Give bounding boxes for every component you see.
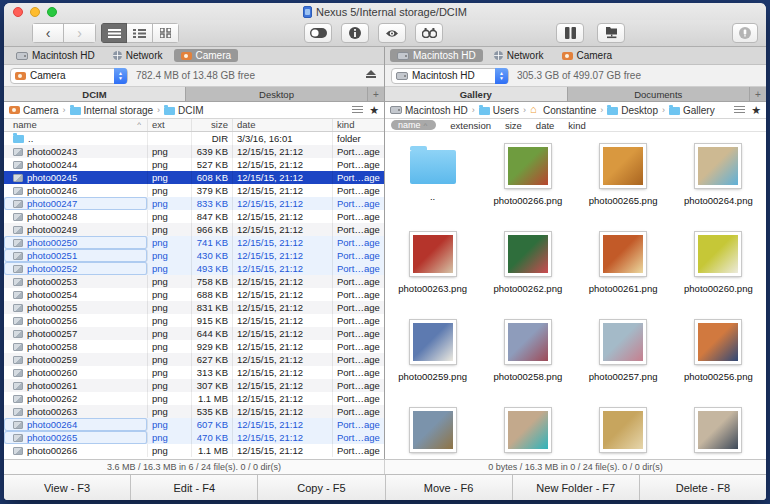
eject-button[interactable] [364,70,378,82]
grid-item[interactable]: photo00261.png [576,224,671,312]
grid-item[interactable]: photo00253.png [576,400,671,459]
file-row[interactable]: photo00263png535 KB12/15/15, 21:12Port…a… [4,405,384,418]
drive-button-macintosh-hd[interactable]: Macintosh HD [9,49,102,62]
file-row[interactable]: photo00256png915 KB12/15/15, 21:12Port…a… [4,314,384,327]
column-header-ext[interactable]: ext [148,119,192,131]
column-header-kind[interactable]: kind [333,119,384,131]
device-action-button[interactable] [732,23,758,43]
detail-view-button[interactable] [127,23,153,43]
breadcrumb-item-users[interactable]: Users [479,105,519,116]
breadcrumb-item-desktop[interactable]: Desktop [607,105,658,116]
view-options-icon[interactable] [352,106,363,115]
sort-header-extension[interactable]: extension [450,120,491,131]
zoom-window-button[interactable] [47,7,57,17]
file-row[interactable]: photo00261png307 KB12/15/15, 21:12Port…a… [4,379,384,392]
file-row[interactable]: photo00252png493 KB12/15/15, 21:12Port…a… [4,262,384,275]
search-button[interactable] [415,23,443,43]
network-connect-button[interactable] [597,23,625,43]
view-options-icon[interactable] [734,106,745,115]
list-view-button[interactable] [101,23,127,43]
drive-button-camera[interactable]: Camera [174,49,239,62]
grid-item[interactable]: photo00266.png [480,136,575,224]
close-window-button[interactable] [13,7,23,17]
grid-item[interactable]: photo00259.png [385,312,480,400]
column-header-date[interactable]: date [233,119,333,131]
breadcrumb-item-constantine[interactable]: Constantine [530,105,596,116]
grid-item[interactable]: photo00262.png [480,224,575,312]
forward-button[interactable]: › [64,23,96,43]
quick-look-button[interactable] [378,23,406,43]
grid-item[interactable]: .. [385,136,480,224]
view-f3-button[interactable]: View - F3 [4,475,131,500]
copy-f5-button[interactable]: Copy - F5 [258,475,385,500]
file-row[interactable]: photo00249png966 KB12/15/15, 21:12Port…a… [4,223,384,236]
grid-item[interactable]: photo00255.png [385,400,480,459]
drive-button-network[interactable]: Network [487,49,551,62]
grid-item[interactable]: photo00258.png [480,312,575,400]
column-header-name[interactable]: name ^ [4,119,148,131]
file-row[interactable]: photo00266png1.1 MB12/15/15, 21:12Port…a… [4,444,384,457]
grid-item[interactable]: photo00264.png [671,136,766,224]
grid-item[interactable]: photo00256.png [671,312,766,400]
dual-pane-button[interactable] [556,23,584,43]
tab-gallery[interactable]: Gallery [385,87,568,101]
breadcrumb-item-camera[interactable]: Camera [9,105,59,116]
file-row[interactable]: photo00253png758 KB12/15/15, 21:12Port…a… [4,275,384,288]
new-tab-button[interactable]: + [368,87,384,101]
file-row[interactable]: photo00246png379 KB12/15/15, 21:12Port…a… [4,184,384,197]
tab-documents[interactable]: Documents [568,87,751,101]
new-tab-button[interactable]: + [750,87,766,101]
drive-button-macintosh-hd[interactable]: Macintosh HD [390,49,483,62]
grid-view-button[interactable] [153,23,179,43]
grid-item[interactable]: photo00260.png [671,224,766,312]
file-row[interactable]: photo00258png929 KB12/15/15, 21:12Port…a… [4,340,384,353]
stepper-icon[interactable]: ▲▼ [495,68,508,84]
toggle-panels-button[interactable] [304,23,332,43]
file-row[interactable]: photo00248png847 KB12/15/15, 21:12Port…a… [4,210,384,223]
delete-f8-button[interactable]: Delete - F8 [640,475,766,500]
file-row[interactable]: photo00264png607 KB12/15/15, 21:12Port…a… [4,418,384,431]
drive-button-camera[interactable]: Camera [555,49,620,62]
right-drive-select[interactable]: Macintosh HD ▲▼ [391,68,509,84]
favorites-star-icon[interactable]: ★ [751,105,761,116]
favorites-star-icon[interactable]: ★ [369,105,379,116]
file-row[interactable]: photo00247png833 KB12/15/15, 21:12Port…a… [4,197,384,210]
edit-f4-button[interactable]: Edit - F4 [131,475,258,500]
file-row[interactable]: photo00245png608 KB12/15/15, 21:12Port…a… [4,171,384,184]
breadcrumb-item-gallery[interactable]: Gallery [669,105,715,116]
file-row[interactable]: photo00243png639 KB12/15/15, 21:12Port…a… [4,145,384,158]
stepper-icon[interactable]: ▲▼ [114,68,127,84]
grid-item[interactable]: photo00265.png [576,136,671,224]
grid-item[interactable]: photo00263.png [385,224,480,312]
file-row[interactable]: photo00260png313 KB12/15/15, 21:12Port…a… [4,366,384,379]
breadcrumb-item-internal-storage[interactable]: Internal storage [70,105,154,116]
move-f6-button[interactable]: Move - F6 [386,475,513,500]
file-row[interactable]: photo00257png644 KB12/15/15, 21:12Port…a… [4,327,384,340]
breadcrumb-item-dcim[interactable]: DCIM [164,105,204,116]
breadcrumb-item-macintosh-hd[interactable]: Macintosh HD [390,105,468,116]
file-row[interactable]: photo00254png688 KB12/15/15, 21:12Port…a… [4,288,384,301]
drive-button-network[interactable]: Network [106,49,170,62]
info-button[interactable] [341,23,369,43]
sort-header-name[interactable]: name^ [391,120,436,130]
sort-header-date[interactable]: date [536,120,555,131]
file-row[interactable]: photo00262png1.1 MB12/15/15, 21:12Port…a… [4,392,384,405]
grid-item[interactable]: photo00252.png [671,400,766,459]
back-button[interactable]: ‹ [32,23,64,43]
file-row[interactable]: photo00244png527 KB12/15/15, 21:12Port…a… [4,158,384,171]
left-drive-select[interactable]: Camera ▲▼ [10,68,128,84]
file-row[interactable]: photo00255png831 KB12/15/15, 21:12Port…a… [4,301,384,314]
column-header-size[interactable]: size [192,119,233,131]
title-bar[interactable]: Nexus 5/Internal storage/DCIM [4,3,766,20]
file-row[interactable]: photo00259png627 KB12/15/15, 21:12Port…a… [4,353,384,366]
file-row[interactable]: ..DIR3/3/16, 16:01folder [4,132,384,145]
file-row[interactable]: photo00251png430 KB12/15/15, 21:12Port…a… [4,249,384,262]
file-row[interactable]: photo00250png741 KB12/15/15, 21:12Port…a… [4,236,384,249]
grid-item[interactable]: photo00257.png [576,312,671,400]
new-folder-f7-button[interactable]: New Folder - F7 [513,475,640,500]
sort-header-size[interactable]: size [505,120,522,131]
tab-dcim[interactable]: DCIM [4,87,186,101]
grid-item[interactable]: photo00254.png [480,400,575,459]
minimize-window-button[interactable] [30,7,40,17]
sort-header-kind[interactable]: kind [568,120,585,131]
